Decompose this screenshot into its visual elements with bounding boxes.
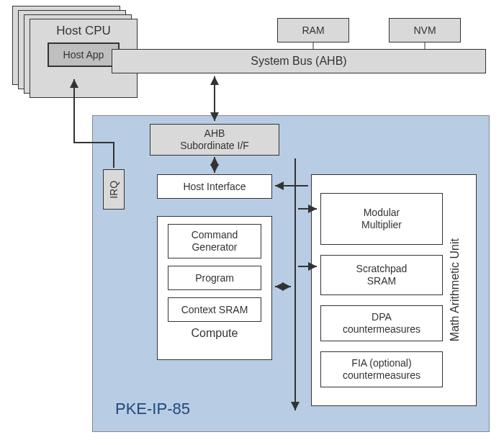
command-generator-label: Command Generator	[192, 229, 238, 253]
host-app-box: Host App	[48, 42, 120, 67]
scratchpad-sram-label: Scratchpad SRAM	[356, 263, 408, 287]
ram-box: RAM	[277, 18, 349, 42]
pke-ip-label: PKE-IP-85	[115, 400, 190, 418]
context-sram-box: Context SRAM	[168, 297, 261, 322]
fia-countermeasures-box: FIA (optional) countermeasures	[320, 351, 443, 387]
nvm-box: NVM	[389, 18, 461, 42]
system-bus-box: System Bus (AHB)	[112, 49, 486, 73]
modular-multiplier-box: Modular Multiplier	[320, 193, 443, 245]
scratchpad-sram-box: Scratchpad SRAM	[320, 255, 443, 295]
ahb-subordinate-if-box: AHB Subordinate I/F	[150, 124, 279, 156]
math-arithmetic-unit-container: Modular Multiplier Scratchpad SRAM DPA c…	[311, 174, 477, 406]
ram-label: RAM	[302, 24, 324, 37]
ahb-subordinate-if-label: AHB Subordinate I/F	[180, 127, 249, 152]
dpa-countermeasures-box: DPA countermeasures	[320, 305, 443, 341]
host-cpu-title: Host CPU	[56, 24, 111, 38]
irq-box: IRQ	[103, 169, 125, 210]
nvm-label: NVM	[413, 24, 436, 37]
math-arithmetic-unit-label: Math Arithmetic Unit	[448, 238, 462, 341]
host-interface-label: Host Interface	[183, 181, 246, 193]
host-interface-box: Host Interface	[157, 174, 272, 199]
dpa-countermeasures-label: DPA countermeasures	[343, 311, 420, 336]
program-box: Program	[168, 266, 261, 290]
fia-countermeasures-label: FIA (optional) countermeasures	[343, 357, 420, 382]
host-app-label: Host App	[63, 49, 104, 61]
system-bus-label: System Bus (AHB)	[251, 54, 346, 68]
command-generator-box: Command Generator	[168, 224, 261, 259]
program-label: Program	[195, 272, 234, 284]
compute-container: Command Generator Program Context SRAM C…	[157, 216, 272, 360]
context-sram-label: Context SRAM	[181, 304, 248, 316]
compute-label: Compute	[192, 326, 238, 340]
irq-label: IRQ	[108, 181, 120, 199]
modular-multiplier-label: Modular Multiplier	[361, 207, 402, 231]
